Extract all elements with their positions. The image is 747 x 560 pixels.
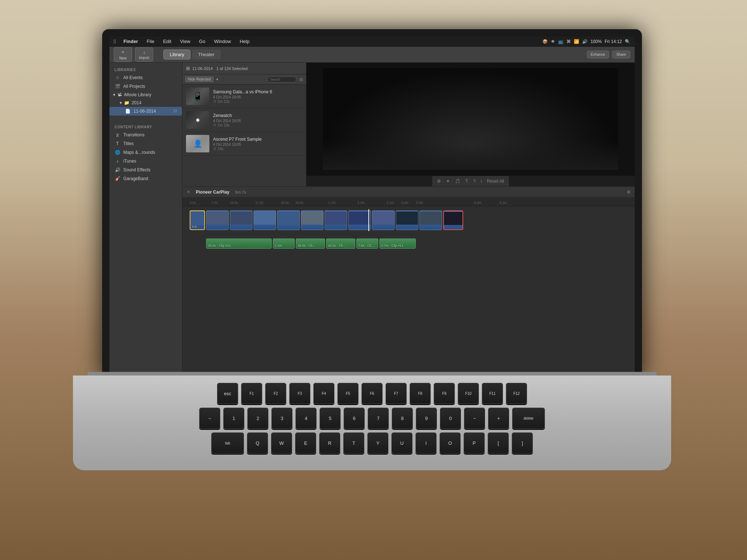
key-delete[interactable]: delete [512,408,545,429]
search-icon[interactable]: 🔍 [625,39,630,44]
key-tab[interactable]: tab [211,432,244,454]
apple-logo-icon[interactable]:  [114,38,116,44]
key-plus[interactable]: + [488,408,509,429]
menu-edit[interactable]: Edit [161,38,173,45]
clip-5[interactable] [277,210,300,230]
key-f5[interactable]: F5 [337,383,359,404]
event-item-ascend[interactable]: 👤 Ascend P7 Front Sample 4 Oct 2014 19:0… [182,132,306,156]
audio-clip-2[interactable]: 1.1m [273,238,295,249]
key-f11[interactable]: F11 [482,383,503,404]
sidebar-itunes[interactable]: ♪ iTunes [109,157,182,166]
key-5[interactable]: 5 [320,408,341,429]
share-button[interactable]: Share [612,51,630,58]
key-u[interactable]: U [391,432,413,454]
sidebar-transitions[interactable]: ⧖ Transitions [109,131,182,139]
menu-file[interactable]: File [145,38,156,45]
key-t[interactable]: T [343,432,364,454]
key-o[interactable]: O [440,432,461,454]
clip-2[interactable] [206,210,229,230]
menu-help[interactable]: Help [238,38,251,45]
audio-clip-5[interactable]: 7.6s - Cli... [356,238,378,249]
key-f2[interactable]: F2 [265,383,286,404]
key-r[interactable]: R [319,432,340,454]
key-f12[interactable]: F12 [506,383,527,404]
key-f4[interactable]: F4 [313,383,334,404]
sidebar-2014[interactable]: ▾ 📁 2014 [109,99,182,107]
sidebar-item-all-events[interactable]: ☆ All Events [109,73,182,82]
preview-help-icon[interactable]: ? [471,178,477,184]
preview-adjust-icon[interactable]: ✦ [444,178,452,184]
event-search-input[interactable] [267,77,297,82]
tab-theater[interactable]: Theater [192,50,221,59]
key-bracket-right[interactable]: ] [512,432,533,454]
menu-window[interactable]: Window [212,38,233,45]
key-0[interactable]: 0 [440,408,461,429]
key-8[interactable]: 8 [392,408,413,429]
sidebar-sound-effects[interactable]: 🔊 Sound Effects [109,166,182,174]
event-item-zenwatch[interactable]: ⌚ Zenwatch 4 Oct 2014 19:05 ⏱ 1m 18s [182,108,306,132]
key-f7[interactable]: F7 [386,383,407,404]
key-f6[interactable]: F6 [361,383,383,404]
sidebar-garageband[interactable]: 🎸 GarageBand [109,174,182,183]
clip-6[interactable] [301,210,324,230]
clip-8[interactable] [348,210,371,230]
clip-12-selected[interactable] [443,210,463,230]
sidebar-titles[interactable]: T Titles [109,139,182,148]
key-w[interactable]: W [271,432,292,454]
audio-clip-3[interactable]: 38.6s - Cli... [296,238,325,249]
key-tilde[interactable]: ~ [199,408,220,429]
key-4[interactable]: 4 [295,408,317,429]
preview-info-icon[interactable]: i [479,178,484,184]
key-7[interactable]: 7 [368,408,389,429]
enhance-button[interactable]: Enhance [587,51,609,58]
key-y[interactable]: Y [367,432,388,454]
audio-clip-1[interactable]: 26.0s - Clip #11 [206,238,272,249]
key-f8[interactable]: F8 [410,383,431,404]
key-f3[interactable]: F3 [289,383,310,404]
preview-settings-icon[interactable]: ⚙ [435,178,443,184]
menu-go[interactable]: Go [197,38,207,45]
key-bracket-left[interactable]: [ [488,432,509,454]
key-e[interactable]: E [295,432,316,454]
menu-view[interactable]: View [178,38,192,45]
event-item-samsung[interactable]: 📱 Samsung Gala...a vs iPhone 6 4 Oct 201… [182,85,306,108]
preview-title-icon[interactable]: T [464,178,470,184]
ruler-17: 17.2s [255,201,263,205]
sidebar-date-folder[interactable]: 📄 11-06-2014 🎞 [109,107,182,116]
view-toggle-icon[interactable]: ⊟ [299,77,303,82]
clip-10[interactable] [396,210,418,230]
key-p[interactable]: P [464,432,485,454]
audio-clip-4[interactable]: 44.0s - Cli... [326,238,355,249]
menu-finder[interactable]: Finder [121,38,140,45]
new-button[interactable]: ＋ New [114,47,132,62]
preview-audio-icon[interactable]: 🎵 [453,178,462,184]
key-f1[interactable]: F1 [241,383,262,404]
import-button[interactable]: ↓ Import [135,47,153,62]
hide-rejected-btn[interactable]: Hide Rejected [185,77,213,82]
key-9[interactable]: 9 [416,408,437,429]
sidebar-imovie-library[interactable]: ▾ 📽 iMovie Library [109,91,182,99]
key-1[interactable]: 1 [223,408,244,429]
audio-clip-6[interactable]: 2.7m - Clip #11 [379,238,416,249]
clip-9[interactable] [372,210,395,230]
clip-4[interactable] [253,210,276,230]
sidebar-maps[interactable]: 🌐 Maps &...rounds [109,148,182,157]
sidebar-item-all-projects[interactable]: 🎬 All Projects [109,82,182,91]
key-esc[interactable]: esc [217,383,238,404]
close-timeline-icon[interactable]: ✕ [187,190,190,194]
key-3[interactable]: 3 [271,408,293,429]
clip-7[interactable] [325,210,347,230]
key-i[interactable]: I [415,432,437,454]
key-f9[interactable]: F9 [434,383,455,404]
preview-reset-btn[interactable]: Reset All [485,178,506,184]
key-minus[interactable]: − [464,408,485,429]
key-2[interactable]: 2 [247,408,268,429]
key-f10[interactable]: F10 [458,383,479,404]
clip-3[interactable] [230,210,252,230]
key-6[interactable]: 6 [344,408,365,429]
clip-1[interactable]: 4.9... [190,210,205,230]
tab-library[interactable]: Library [163,50,190,59]
zoom-icon[interactable]: ⊞ [627,190,630,194]
key-q[interactable]: Q [247,432,268,454]
clip-11[interactable] [419,210,442,230]
